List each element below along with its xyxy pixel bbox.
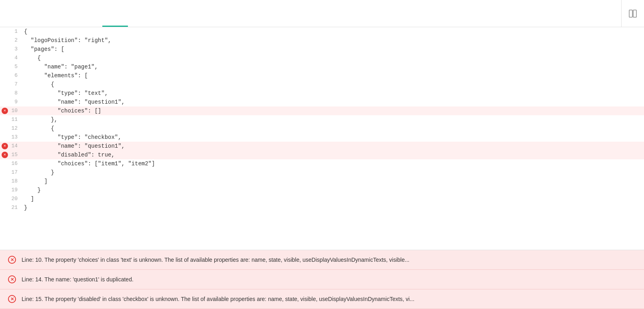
code-line: 5 "name": "page1",: [0, 62, 644, 71]
top-navigation: [0, 0, 644, 27]
line-content: "name": "page1",: [21, 62, 644, 71]
line-content: "type": "checkbox",: [21, 133, 644, 142]
line-error-icon: ✕: [2, 108, 8, 114]
code-line: 11 },: [0, 115, 644, 124]
code-line: 2 "logoPosition": "right",: [0, 36, 644, 45]
line-number: 19: [0, 186, 21, 195]
code-line: 20 ]: [0, 195, 644, 203]
line-content: ]: [21, 195, 644, 203]
code-line: 19 }: [0, 186, 644, 195]
code-line: 6 "elements": [: [0, 71, 644, 80]
tab-embed-survey[interactable]: [154, 0, 179, 27]
code-line: 1{: [0, 27, 644, 36]
line-content: ]: [21, 177, 644, 186]
code-line: ✕10 "choices": []: [0, 106, 644, 115]
line-number: 9: [0, 98, 21, 106]
line-number: 2: [0, 36, 21, 45]
line-content: {: [21, 27, 644, 36]
book-icon-area[interactable]: [621, 0, 644, 27]
code-line: 18 ]: [0, 177, 644, 186]
line-content: {: [21, 54, 644, 62]
tab-json-editor[interactable]: [102, 0, 128, 27]
error-message: Line: 14. The name: 'question1' is dupli…: [0, 270, 644, 289]
line-content: {: [21, 80, 644, 89]
line-content: "name": "question1",: [21, 98, 644, 106]
code-line: 12 {: [0, 124, 644, 133]
svg-rect-1: [633, 10, 636, 17]
line-content: "choices": []: [21, 106, 644, 115]
line-number: 13: [0, 133, 21, 142]
line-number: 17: [0, 168, 21, 177]
line-error-icon: ✕: [2, 152, 8, 158]
editor-container: 1{2 "logoPosition": "right",3 "pages": […: [0, 27, 644, 309]
svg-rect-0: [629, 10, 632, 17]
code-line: 8 "type": "text",: [0, 89, 644, 98]
line-content: }: [21, 186, 644, 195]
line-content: "pages": [: [21, 45, 644, 54]
error-icon: [8, 295, 16, 303]
code-line: 17 }: [0, 168, 644, 177]
line-number: 1: [0, 27, 21, 36]
line-content: "disabled": true,: [21, 150, 644, 159]
error-icon: [8, 275, 16, 283]
line-content: }: [21, 168, 644, 177]
line-number: 6: [0, 71, 21, 80]
code-line: ✕15 "disabled": true,: [0, 150, 644, 159]
code-line: 7 {: [0, 80, 644, 89]
line-number: ✕14: [0, 142, 21, 150]
line-number: 5: [0, 62, 21, 71]
tab-preview[interactable]: [26, 0, 51, 27]
error-text: Line: 15. The property 'disabled' in cla…: [22, 296, 415, 302]
code-line: 3 "pages": [: [0, 45, 644, 54]
line-number: 8: [0, 89, 21, 98]
line-content: }: [21, 203, 644, 212]
code-line: 16 "choices": ["item1", "item2"]: [0, 159, 644, 168]
error-message: Line: 10. The property 'choices' in clas…: [0, 250, 644, 270]
book-icon: [628, 9, 638, 18]
line-content: },: [21, 115, 644, 124]
tab-themes[interactable]: [51, 0, 77, 27]
error-message: Line: 15. The property 'disabled' in cla…: [0, 289, 644, 309]
error-text: Line: 10. The property 'choices' in clas…: [22, 257, 409, 263]
line-number: 20: [0, 195, 21, 203]
error-icon: [8, 256, 16, 264]
line-number: 21: [0, 203, 21, 212]
line-number: ✕15: [0, 150, 21, 159]
line-number: 4: [0, 54, 21, 62]
line-number: 7: [0, 80, 21, 89]
line-content: "elements": [: [21, 71, 644, 80]
code-line: 4 {: [0, 54, 644, 62]
line-content: "choices": ["item1", "item2"]: [21, 159, 644, 168]
line-number: 11: [0, 115, 21, 124]
code-line: 9 "name": "question1",: [0, 98, 644, 106]
tab-designer[interactable]: [0, 0, 26, 27]
tab-translation[interactable]: [128, 0, 154, 27]
line-error-icon: ✕: [2, 143, 8, 149]
code-line: 21}: [0, 203, 644, 212]
code-line: 13 "type": "checkbox",: [0, 133, 644, 142]
line-content: {: [21, 124, 644, 133]
line-number: ✕10: [0, 106, 21, 115]
line-number: 3: [0, 45, 21, 54]
line-content: "logoPosition": "right",: [21, 36, 644, 45]
code-editor[interactable]: 1{2 "logoPosition": "right",3 "pages": […: [0, 27, 644, 250]
line-number: 16: [0, 159, 21, 168]
line-number: 18: [0, 177, 21, 186]
error-messages: Line: 10. The property 'choices' in clas…: [0, 250, 644, 309]
line-number: 12: [0, 124, 21, 133]
code-line: ✕14 "name": "question1",: [0, 142, 644, 150]
line-content: "name": "question1",: [21, 142, 644, 150]
line-content: "type": "text",: [21, 89, 644, 98]
tab-logic[interactable]: [77, 0, 102, 27]
error-text: Line: 14. The name: 'question1' is dupli…: [22, 276, 134, 283]
